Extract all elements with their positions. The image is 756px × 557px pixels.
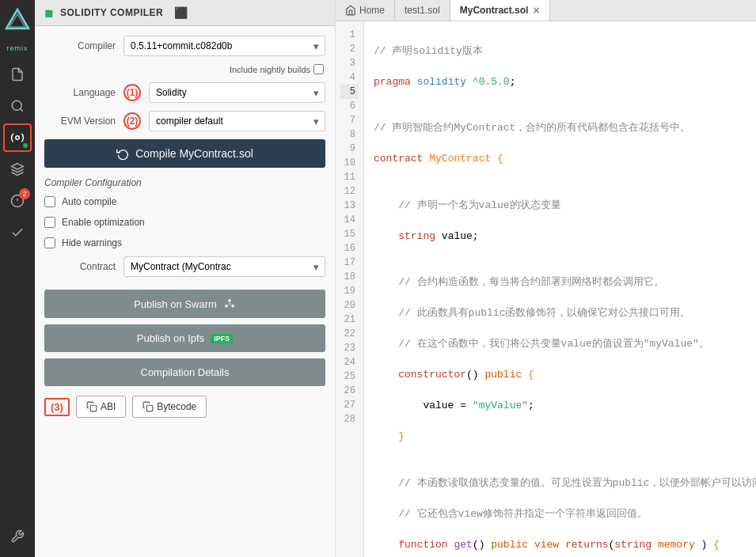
- auto-compile-label: Auto compile: [62, 196, 116, 207]
- annotation-3: (3): [44, 398, 70, 416]
- annotation-2: (2): [123, 112, 141, 130]
- hide-warnings-row: Hide warnings: [44, 236, 325, 250]
- tab-test1-label: test1.sol: [405, 5, 440, 16]
- nightly-label: Include nightly builds: [230, 65, 310, 74]
- evm-select[interactable]: compiler default: [149, 111, 325, 131]
- debug-badge: 2: [19, 188, 30, 199]
- sidebar-item-debug[interactable]: 2: [3, 187, 32, 215]
- compile-btn-label: Compile MyContract.sol: [135, 147, 253, 160]
- evm-select-wrapper[interactable]: compiler default: [149, 111, 325, 131]
- svg-point-2: [12, 100, 21, 110]
- compiler-row: Compiler 0.5.11+commit.c082d0b: [44, 36, 325, 56]
- evm-label: EVM Version: [44, 116, 123, 127]
- home-icon: [345, 5, 356, 16]
- code-area: 1 2 3 4 5 6 7 8 9 10 11 12 13 14 15 16 1…: [336, 21, 756, 557]
- compiler-select[interactable]: 0.5.11+commit.c082d0b: [123, 36, 325, 56]
- compilation-details-label: Compilation Details: [141, 366, 230, 378]
- compiler-select-wrapper[interactable]: 0.5.11+commit.c082d0b: [123, 36, 325, 56]
- tab-home-label: Home: [359, 5, 385, 16]
- tab-mycontract[interactable]: MyContract.sol ×: [450, 0, 550, 21]
- code-content: // 声明solidity版本 pragma solidity ^0.5.0; …: [364, 21, 756, 557]
- compiler-panel: ◼ SOLIDITY COMPILER ⬛ Compiler 0.5.11+co…: [35, 0, 336, 557]
- panel-status-icon: ⬛: [174, 6, 188, 19]
- panel-header: ◼ SOLIDITY COMPILER ⬛: [35, 0, 335, 26]
- publish-ipfs-button[interactable]: Publish on Ipfs IPFS: [44, 324, 325, 352]
- compile-icon: [116, 147, 129, 160]
- enable-opt-label: Enable optimization: [62, 217, 145, 228]
- svg-rect-13: [90, 405, 97, 411]
- panel-title: SOLIDITY COMPILER: [60, 7, 163, 18]
- ipfs-badge: IPFS: [211, 334, 233, 343]
- sidebar-item-compiler[interactable]: [3, 123, 32, 152]
- language-select[interactable]: Solidity: [149, 82, 325, 103]
- compile-button[interactable]: Compile MyContract.sol: [44, 139, 325, 168]
- compilation-details-button[interactable]: Compilation Details: [44, 358, 325, 386]
- compiler-label: Compiler: [44, 40, 123, 51]
- tab-bar: Home test1.sol MyContract.sol ×: [336, 0, 756, 21]
- compiler-status-dot: [22, 142, 28, 149]
- tab-home[interactable]: Home: [336, 0, 395, 21]
- auto-compile-row: Auto compile: [44, 195, 325, 209]
- sidebar-item-files[interactable]: [3, 60, 32, 89]
- hide-warnings-label: Hide warnings: [62, 237, 122, 248]
- svg-marker-5: [12, 164, 24, 170]
- sidebar-item-verify[interactable]: [3, 218, 32, 247]
- svg-point-10: [225, 305, 228, 308]
- tab-close-icon[interactable]: ×: [533, 5, 539, 16]
- swarm-icon: [223, 297, 236, 310]
- nightly-row: Include nightly builds: [44, 64, 325, 74]
- sidebar: remix 2: [0, 0, 35, 557]
- line-numbers: 1 2 3 4 5 6 7 8 9 10 11 12 13 14 15 16 1…: [336, 21, 364, 557]
- abi-btn-label: ABI: [101, 401, 116, 412]
- sidebar-item-deploy[interactable]: [3, 155, 32, 184]
- sidebar-item-search[interactable]: [3, 92, 32, 120]
- panel-body: Compiler 0.5.11+commit.c082d0b Include n…: [35, 26, 335, 557]
- publish-swarm-label: Publish on Swarm: [134, 298, 217, 310]
- auto-compile-checkbox[interactable]: [44, 196, 55, 207]
- panel-header-icon: ◼: [44, 6, 54, 19]
- enable-opt-row: Enable optimization: [44, 215, 325, 229]
- svg-rect-14: [146, 405, 153, 411]
- nightly-checkbox[interactable]: [313, 64, 324, 74]
- svg-line-3: [20, 108, 22, 111]
- contract-select[interactable]: MyContract (MyContrac: [123, 256, 325, 277]
- language-row: Language (1) Solidity: [44, 82, 325, 103]
- remix-label: remix: [7, 44, 28, 52]
- language-select-wrapper[interactable]: Solidity: [149, 82, 325, 103]
- bottom-row: (3) ABI Bytecode: [44, 392, 325, 421]
- svg-point-4: [16, 136, 20, 140]
- config-section-title: Compiler Configuration: [44, 177, 325, 188]
- hide-warnings-checkbox[interactable]: [44, 237, 55, 248]
- svg-point-12: [229, 303, 231, 305]
- publish-swarm-button[interactable]: Publish on Swarm: [44, 290, 325, 318]
- svg-point-9: [228, 299, 231, 302]
- sidebar-logo: [3, 6, 32, 35]
- bytecode-copy-icon: [142, 401, 154, 412]
- contract-label: Contract: [44, 261, 123, 272]
- bytecode-button[interactable]: Bytecode: [132, 396, 207, 418]
- tab-test1[interactable]: test1.sol: [395, 0, 450, 21]
- annotation-1: (1): [123, 84, 141, 101]
- abi-copy-icon: [86, 401, 97, 412]
- publish-ipfs-label: Publish on Ipfs: [137, 332, 204, 344]
- evm-row: EVM Version (2) compiler default: [44, 111, 325, 131]
- enable-opt-checkbox[interactable]: [44, 217, 55, 228]
- editor-area: Home test1.sol MyContract.sol × 1 2 3 4 …: [336, 0, 756, 557]
- tab-mycontract-label: MyContract.sol: [460, 5, 529, 16]
- contract-select-wrapper[interactable]: MyContract (MyContrac: [123, 256, 325, 277]
- language-label: Language: [44, 87, 123, 98]
- bytecode-btn-label: Bytecode: [157, 401, 196, 412]
- abi-button[interactable]: ABI: [76, 396, 126, 418]
- contract-row: Contract MyContract (MyContrac: [44, 256, 325, 277]
- sidebar-item-plugins[interactable]: [3, 522, 32, 551]
- svg-point-11: [231, 305, 234, 308]
